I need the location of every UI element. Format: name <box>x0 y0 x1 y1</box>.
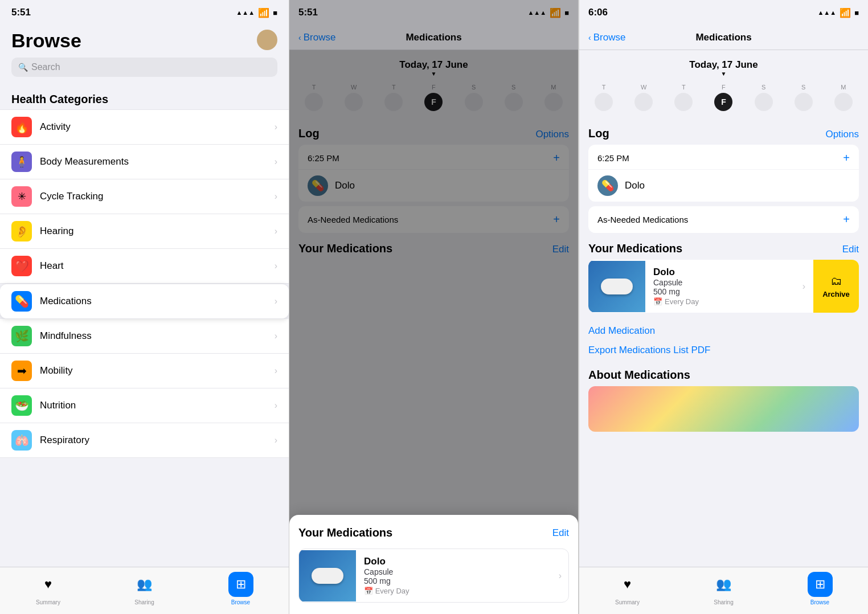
med-card-panel3[interactable]: Dolo Capsule 500 mg 📅 Every Day › 🗂 Arch… <box>588 260 859 313</box>
heart-icon: ❤️ <box>11 256 32 276</box>
log-add-button-p3[interactable]: + <box>843 152 850 165</box>
tab-browse-label: Browse <box>810 599 829 605</box>
calendar-icon-p3: 📅 <box>653 297 662 306</box>
nutrition-icon: 🥗 <box>11 395 32 416</box>
chevron-right-icon: › <box>275 331 277 341</box>
hearing-label: Hearing <box>40 226 275 237</box>
search-bar[interactable]: 🔍 Search <box>11 58 277 77</box>
status-icons-panel3: ▲▲▲ 📶 ■ <box>817 7 859 18</box>
log-section-panel3: Log Options 6:25 PM + 💊 Dolo As-Needed M… <box>579 122 868 233</box>
nav-bar-panel3: ‹ Browse Medications <box>579 25 868 50</box>
as-needed-row-panel3: As-Needed Medications + <box>588 206 859 233</box>
heart-label: Heart <box>40 260 275 272</box>
popup-med-info: Dolo Capsule 500 mg 📅 Every Day <box>356 549 559 602</box>
popup-edit-button[interactable]: Edit <box>552 527 569 539</box>
battery-icon: ■ <box>273 9 277 17</box>
cycle-label: Cycle Tracking <box>40 191 275 202</box>
sidebar-item-respiratory[interactable]: 🫁 Respiratory › <box>0 423 289 458</box>
mobility-icon: ➡ <box>11 361 32 381</box>
mindfulness-label: Mindfulness <box>40 330 275 342</box>
chevron-right-icon: › <box>275 157 277 167</box>
add-medication-link-p3[interactable]: Add Medication <box>579 317 868 345</box>
sidebar-item-nutrition[interactable]: 🥗 Nutrition › <box>0 388 289 423</box>
signal-icon: ▲▲▲ <box>817 9 836 16</box>
med-pill-icon-p3: 💊 <box>597 175 618 196</box>
as-needed-add-button-p3[interactable]: + <box>843 213 850 226</box>
status-icons-panel1: ▲▲▲ 📶 ■ <box>236 7 277 18</box>
popup-med-card[interactable]: Dolo Capsule 500 mg 📅 Every Day › <box>298 548 569 603</box>
about-medications-image-p3 <box>588 386 859 432</box>
chevron-right-icon: › <box>275 296 277 306</box>
chevron-right-icon: › <box>275 435 277 445</box>
mobility-label: Mobility <box>40 365 275 376</box>
sidebar-item-medications[interactable]: 💊 Medications › <box>0 284 289 319</box>
sidebar-item-body[interactable]: 🧍 Body Measurements › <box>0 145 289 179</box>
avatar[interactable] <box>257 30 277 50</box>
browse-header: Browse 🔍 Search <box>0 25 289 83</box>
health-categories-header: Health Categories <box>0 83 289 109</box>
popup-header: Your Medications Edit <box>298 526 569 539</box>
chevron-right-icon: › <box>275 366 277 376</box>
popup-overlay: Your Medications Edit Dolo Capsule 500 m… <box>289 0 578 614</box>
archive-icon: 🗂 <box>830 275 842 288</box>
chevron-right-icon: › <box>275 122 277 132</box>
date-arrow-icon: ▼ <box>579 71 868 77</box>
chevron-right-icon: › <box>275 191 277 202</box>
tab-sharing-p3[interactable]: 👥 Sharing <box>675 572 772 605</box>
summary-icon: ♥ <box>615 572 640 597</box>
tab-summary-label: Summary <box>36 599 60 605</box>
day-col-s1: S <box>755 84 773 111</box>
browse-panel: 5:51 ▲▲▲ 📶 ■ Browse 🔍 Search Health Cate… <box>0 0 289 614</box>
time-panel3: 6:06 <box>588 7 608 18</box>
sidebar-item-mindfulness[interactable]: 🌿 Mindfulness › <box>0 319 289 354</box>
export-medications-link-p3[interactable]: Export Medications List PDF <box>579 345 868 364</box>
activity-icon: 🔥 <box>11 117 32 137</box>
wifi-icon: 📶 <box>258 7 269 18</box>
popup-sheet: Your Medications Edit Dolo Capsule 500 m… <box>289 515 578 614</box>
hearing-icon: 👂 <box>11 221 32 241</box>
your-meds-section-panel3: Your Medications Edit Dolo Capsule 500 m… <box>579 238 868 313</box>
sidebar-item-mobility[interactable]: ➡ Mobility › <box>0 354 289 388</box>
back-button-panel3[interactable]: ‹ Browse <box>588 32 625 43</box>
your-meds-edit-btn-p3[interactable]: Edit <box>842 244 859 255</box>
sidebar-item-cycle[interactable]: ✳ Cycle Tracking › <box>0 179 289 214</box>
log-med-row-p3: 💊 Dolo <box>588 170 859 202</box>
mindfulness-icon: 🌿 <box>11 326 32 346</box>
archive-label: Archive <box>822 290 850 298</box>
popup-title: Your Medications <box>298 526 392 539</box>
sidebar-item-heart[interactable]: ❤️ Heart › <box>0 249 289 284</box>
chevron-right-icon: › <box>275 400 277 411</box>
summary-icon: ♥ <box>36 572 61 597</box>
activity-label: Activity <box>40 121 275 133</box>
tab-sharing[interactable]: 👥 Sharing <box>96 572 193 605</box>
sidebar-item-activity[interactable]: 🔥 Activity › <box>0 109 289 145</box>
tab-bar-panel3: ♥ Summary 👥 Sharing ⊞ Browse <box>579 567 868 614</box>
day-col-s2: S <box>795 84 813 111</box>
calendar-icon: 📅 <box>364 587 373 595</box>
tab-sharing-label: Sharing <box>714 599 733 605</box>
sidebar-item-hearing[interactable]: 👂 Hearing › <box>0 214 289 249</box>
med-content-panel3: Today, 17 June ▼ T W T F F S <box>579 50 868 567</box>
tab-browse-p3[interactable]: ⊞ Browse <box>772 572 868 605</box>
chevron-left-icon: ‹ <box>588 33 591 42</box>
body-label: Body Measurements <box>40 156 275 167</box>
medications-icon: 💊 <box>11 291 32 312</box>
day-col-w: W <box>634 84 653 111</box>
log-card-panel3: 6:25 PM + 💊 Dolo <box>588 145 859 202</box>
wifi-icon: 📶 <box>840 7 851 18</box>
tab-summary-label: Summary <box>615 599 640 605</box>
tab-summary-p3[interactable]: ♥ Summary <box>579 572 675 605</box>
tab-browse[interactable]: ⊞ Browse <box>193 572 289 605</box>
week-bar-panel3: T W T F F S S M <box>579 81 868 118</box>
category-list: 🔥 Activity › 🧍 Body Measurements › ✳ Cyc… <box>0 109 289 567</box>
log-options-panel3[interactable]: Options <box>825 129 859 140</box>
medications-label: Medications <box>40 296 275 307</box>
archive-button[interactable]: 🗂 Archive <box>813 260 859 313</box>
pill-shape <box>312 568 343 584</box>
respiratory-label: Respiratory <box>40 435 275 446</box>
medications-panel-2: 5:51 ▲▲▲ 📶 ■ ‹ Browse Medications Today,… <box>289 0 579 614</box>
tab-browse-label: Browse <box>231 599 250 605</box>
chevron-right-icon: › <box>559 571 568 581</box>
tab-summary[interactable]: ♥ Summary <box>0 572 96 605</box>
about-medications-title-p3: About Medications <box>579 364 868 386</box>
